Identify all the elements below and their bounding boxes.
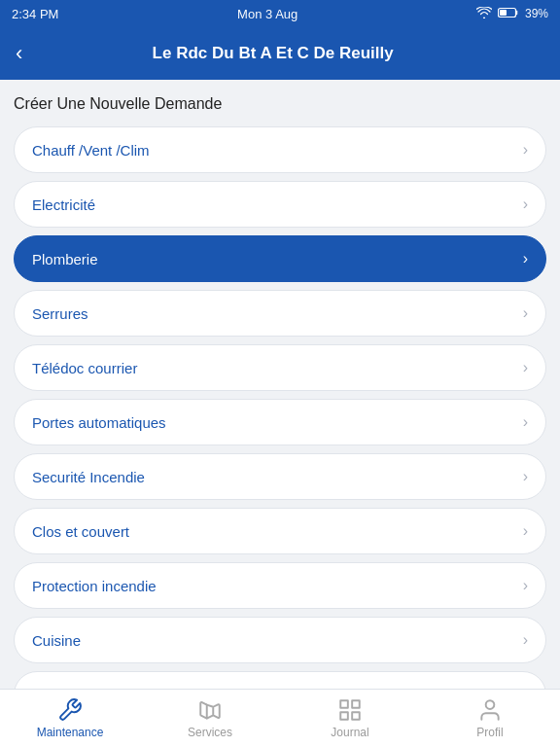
- chevron-icon-chauff: ›: [523, 141, 528, 159]
- chevron-icon-portes: ›: [523, 413, 528, 431]
- tab-label-journal: Journal: [331, 726, 368, 739]
- menu-item-protection[interactable]: Protection incendie ›: [14, 562, 546, 609]
- menu-item-label-portes: Portes automatiques: [32, 414, 166, 431]
- svg-rect-1: [500, 10, 507, 16]
- tab-journal[interactable]: Journal: [280, 690, 420, 747]
- header: ‹ Le Rdc Du Bt A Et C De Reuilly: [0, 27, 560, 80]
- svg-rect-5: [340, 712, 348, 720]
- menu-item-securite[interactable]: Securité Incendie ›: [14, 453, 546, 500]
- svg-rect-4: [352, 712, 360, 720]
- status-bar: 2:34 PM Mon 3 Aug 39%: [0, 0, 560, 27]
- menu-list: Chauff /Vent /Clim › Electricité › Plomb…: [14, 126, 546, 747]
- svg-rect-2: [340, 700, 348, 708]
- menu-item-label-electricite: Electricité: [32, 196, 95, 213]
- chevron-icon-teledoc: ›: [523, 359, 528, 376]
- status-time: 2:34 PM: [12, 7, 58, 21]
- tab-maintenance[interactable]: Maintenance: [0, 690, 140, 747]
- menu-item-chauff[interactable]: Chauff /Vent /Clim ›: [14, 126, 546, 173]
- menu-item-label-serrures: Serrures: [32, 305, 88, 322]
- menu-item-clos[interactable]: Clos et couvert ›: [14, 508, 546, 554]
- menu-item-label-plomberie: Plomberie: [32, 251, 98, 267]
- menu-item-label-securite: Securité Incendie: [32, 469, 145, 485]
- menu-item-label-teledoc: Télédoc courrier: [32, 360, 137, 376]
- chevron-icon-cuisine: ›: [523, 631, 528, 649]
- tab-label-profil: Profil: [476, 726, 503, 739]
- menu-item-label-protection: Protection incendie: [32, 578, 157, 594]
- chevron-icon-electricite: ›: [523, 196, 528, 213]
- header-title: Le Rdc Du Bt A Et C De Reuilly: [34, 44, 511, 63]
- wifi-icon: [476, 7, 492, 21]
- menu-item-plomberie[interactable]: Plomberie ›: [14, 235, 546, 282]
- chevron-icon-protection: ›: [523, 577, 528, 594]
- chevron-icon-serrures: ›: [523, 304, 528, 322]
- tab-label-services: Services: [188, 726, 232, 739]
- battery-percent: 39%: [525, 7, 548, 20]
- maintenance-icon: [57, 697, 83, 723]
- tab-label-maintenance: Maintenance: [37, 726, 104, 739]
- tab-bar: Maintenance Services Journal Profil: [0, 689, 560, 747]
- tab-profil[interactable]: Profil: [420, 690, 560, 747]
- status-right: 39%: [476, 7, 548, 21]
- menu-item-label-clos: Clos et couvert: [32, 523, 129, 540]
- menu-item-serrures[interactable]: Serrures ›: [14, 290, 546, 337]
- battery-icon: [498, 7, 519, 21]
- status-date: Mon 3 Aug: [237, 7, 298, 21]
- menu-item-label-cuisine: Cuisine: [32, 632, 81, 649]
- tab-services[interactable]: Services: [140, 690, 280, 747]
- services-icon: [197, 697, 223, 723]
- menu-item-electricite[interactable]: Electricité ›: [14, 181, 546, 228]
- section-title: Créer Une Nouvelle Demande: [14, 95, 546, 113]
- menu-item-portes[interactable]: Portes automatiques ›: [14, 399, 546, 445]
- journal-icon: [337, 697, 363, 723]
- chevron-icon-plomberie: ›: [523, 250, 528, 267]
- profil-icon: [477, 697, 503, 723]
- menu-item-teledoc[interactable]: Télédoc courrier ›: [14, 344, 546, 391]
- menu-item-label-chauff: Chauff /Vent /Clim: [32, 142, 150, 159]
- menu-item-cuisine[interactable]: Cuisine ›: [14, 617, 546, 663]
- content-area: Créer Une Nouvelle Demande Chauff /Vent …: [0, 80, 560, 747]
- chevron-icon-clos: ›: [523, 522, 528, 540]
- back-button[interactable]: ‹: [16, 43, 22, 64]
- chevron-icon-securite: ›: [523, 468, 528, 485]
- svg-rect-3: [352, 700, 360, 708]
- svg-point-6: [486, 700, 495, 709]
